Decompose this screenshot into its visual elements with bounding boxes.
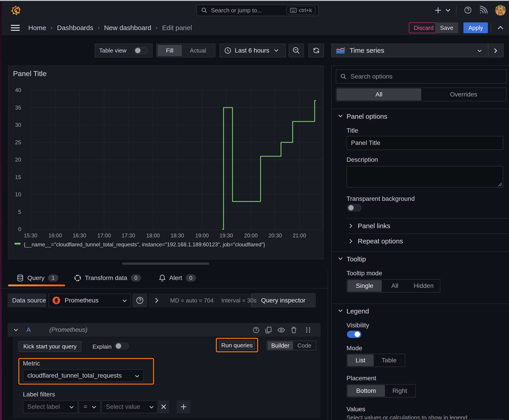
svg-text:18:00: 18:00 [146, 232, 160, 239]
svg-text:20:00: 20:00 [244, 232, 258, 239]
svg-text:21:00: 21:00 [293, 232, 306, 239]
svg-text:16:00: 16:00 [48, 232, 62, 239]
svg-text:{__name__="cloudflared_tunnel_: {__name__="cloudflared_tunnel_total_requ… [24, 241, 265, 248]
svg-text:15: 15 [15, 174, 21, 180]
svg-text:40: 40 [15, 87, 21, 93]
svg-text:5: 5 [18, 209, 21, 215]
svg-text:20: 20 [15, 157, 21, 163]
svg-text:20:30: 20:30 [268, 232, 282, 239]
svg-text:18:30: 18:30 [171, 232, 184, 239]
svg-text:16:30: 16:30 [73, 232, 86, 239]
svg-text:25: 25 [15, 139, 21, 145]
svg-text:35: 35 [15, 105, 21, 111]
svg-text:17:30: 17:30 [122, 232, 135, 239]
svg-text:30: 30 [15, 122, 21, 128]
svg-text:15:30: 15:30 [24, 232, 37, 239]
svg-text:10: 10 [15, 191, 21, 197]
svg-text:19:30: 19:30 [220, 232, 233, 239]
svg-text:17:00: 17:00 [97, 232, 111, 239]
svg-text:0: 0 [18, 226, 21, 232]
svg-text:19:00: 19:00 [195, 232, 209, 239]
